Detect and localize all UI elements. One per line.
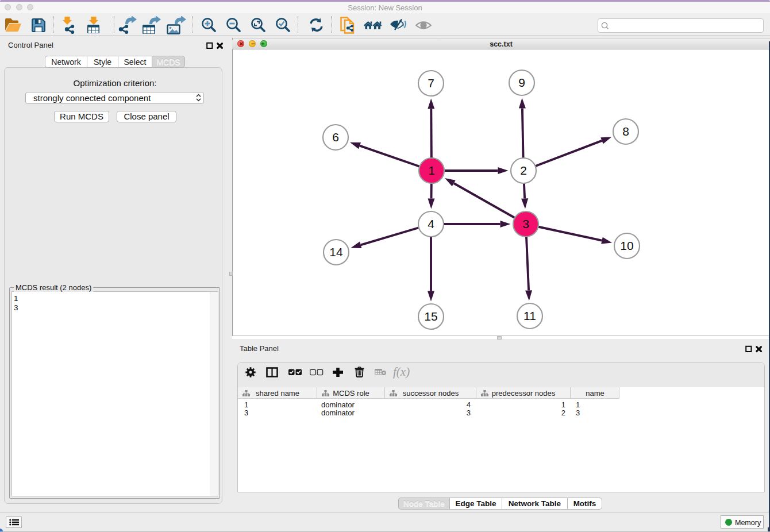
svg-text:15: 15: [424, 310, 437, 323]
svg-text:1: 1: [428, 164, 435, 177]
svg-text:9: 9: [518, 76, 525, 89]
svg-text:7: 7: [428, 76, 434, 90]
svg-text:2: 2: [520, 164, 527, 177]
svg-text:11: 11: [523, 309, 536, 322]
svg-text:6: 6: [332, 130, 339, 144]
svg-text:3: 3: [522, 217, 529, 230]
svg-text:4: 4: [428, 217, 434, 230]
svg-text:14: 14: [329, 245, 343, 259]
svg-text:8: 8: [622, 125, 629, 138]
svg-text:10: 10: [620, 239, 633, 252]
